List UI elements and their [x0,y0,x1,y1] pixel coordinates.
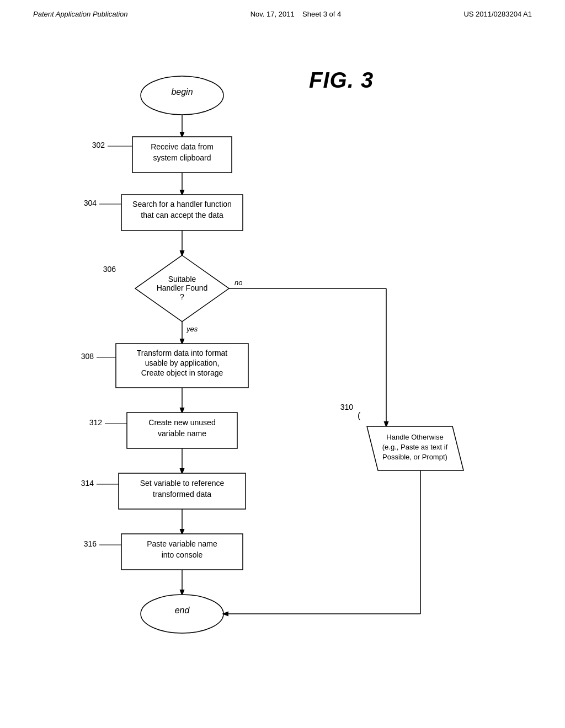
svg-text:Set variable to reference: Set variable to reference [140,479,225,488]
svg-text:end: end [175,606,190,615]
flowchart-svg: begin Receive data from system clipboard… [0,24,565,719]
svg-text:Suitable: Suitable [168,275,196,283]
svg-text:that can accept the data: that can accept the data [141,211,223,220]
diagram-area: FIG. 3 begin Receive data from system cl… [0,24,565,719]
svg-text:Handler Found: Handler Found [157,283,208,292]
svg-text:transformed data: transformed data [153,490,211,499]
svg-text:Create new unused: Create new unused [148,418,215,427]
svg-text:Possible, or Prompt): Possible, or Prompt) [382,453,447,461]
svg-text:Search for a handler function: Search for a handler function [132,200,232,208]
header-date: Nov. 17, 2011 [250,10,295,18]
svg-text:302: 302 [92,141,105,149]
svg-text:Handle Otherwise: Handle Otherwise [386,433,443,441]
svg-text:Create object in storage: Create object in storage [141,368,223,377]
svg-text:Transform data into format: Transform data into format [137,349,228,357]
header-date-sheet: Nov. 17, 2011 Sheet 3 of 4 [250,10,342,18]
svg-text:begin: begin [171,87,193,97]
svg-text:Paste variable name: Paste variable name [147,539,217,548]
svg-text:yes: yes [186,325,198,333]
svg-text:?: ? [180,292,184,301]
svg-text:306: 306 [103,265,116,274]
header-sheet: Sheet 3 of 4 [302,10,341,18]
svg-text:316: 316 [84,539,97,548]
page: Patent Application Publication Nov. 17, … [0,0,565,728]
svg-text:308: 308 [81,352,94,361]
svg-text:312: 312 [89,418,103,427]
header-publication-label: Patent Application Publication [33,10,128,18]
svg-text:usable by application,: usable by application, [145,358,220,367]
svg-text:system clipboard: system clipboard [153,153,211,162]
svg-text:314: 314 [81,479,94,488]
svg-text:no: no [234,279,242,287]
svg-text:variable name: variable name [158,429,206,438]
svg-text:304: 304 [84,199,97,207]
svg-text:310: 310 [340,403,354,411]
svg-text:Receive data from: Receive data from [151,142,214,151]
header: Patent Application Publication Nov. 17, … [0,0,565,18]
svg-text:into console: into console [162,550,203,559]
svg-text:(e.g., Paste as text if: (e.g., Paste as text if [382,443,448,451]
header-patent-number: US 2011/0283204 A1 [463,10,532,18]
svg-text:(: ( [358,411,361,420]
